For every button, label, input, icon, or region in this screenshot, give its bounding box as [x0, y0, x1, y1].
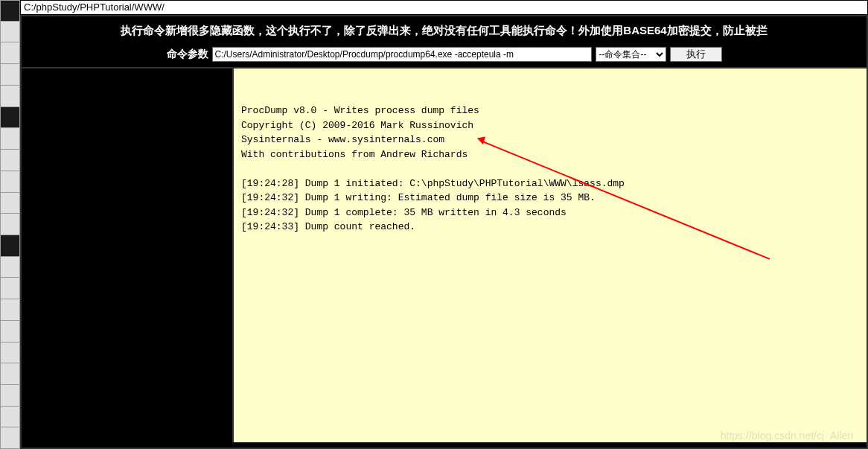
sidebar-cell[interactable] [0, 64, 20, 86]
sidebar-cell[interactable] [0, 407, 20, 428]
sidebar-cell[interactable] [0, 343, 20, 364]
main-area: 执行命令新增很多隐藏函数，这个执行不了，除了反弹出来，绝对没有任何工具能执行命令… [20, 15, 868, 449]
output-line: [19:24:32] Dump 1 writing: Estimated dum… [241, 191, 859, 206]
sidebar-cell[interactable] [0, 385, 20, 407]
sidebar-cell[interactable] [0, 321, 20, 343]
command-input[interactable] [212, 47, 592, 62]
output-line: Copyright (C) 2009-2016 Mark Russinovich [241, 118, 859, 133]
output-line: [19:24:33] Dump count reached. [241, 220, 859, 235]
sidebar-cell[interactable] [0, 427, 20, 449]
address-bar[interactable]: C:/phpStudy/PHPTutorial/WWW/ [20, 0, 868, 15]
watermark: https://blog.csdn.net/cj_Allen [721, 430, 853, 442]
sidebar-cell[interactable] [0, 278, 20, 299]
sidebar-cell[interactable] [0, 0, 20, 22]
sidebar-cell[interactable] [0, 214, 20, 235]
left-sidebar [0, 0, 20, 449]
output-line: [19:24:28] Dump 1 initiated: C:\phpStudy… [241, 176, 859, 191]
output-line: [19:24:32] Dump 1 complete: 35 MB writte… [241, 206, 859, 220]
execute-button[interactable]: 执行 [670, 47, 722, 62]
sidebar-cell[interactable] [0, 150, 20, 171]
sidebar-cell[interactable] [0, 235, 20, 257]
sidebar-cell[interactable] [0, 257, 20, 278]
sidebar-cell[interactable] [0, 86, 20, 107]
output-line: With contributions from Andrew Richards [241, 147, 859, 162]
sidebar-cell[interactable] [0, 193, 20, 214]
sidebar-cell[interactable] [0, 42, 20, 64]
left-panel [22, 69, 234, 442]
command-label: 命令参数 [167, 48, 208, 61]
output-panel: ProcDump v8.0 - Writes process dump file… [234, 69, 867, 442]
command-bar: 命令参数 --命令集合-- 执行 [22, 45, 867, 63]
command-select[interactable]: --命令集合-- [596, 47, 666, 62]
content-container: ProcDump v8.0 - Writes process dump file… [22, 67, 867, 442]
output-line: ProcDump v8.0 - Writes process dump file… [241, 104, 859, 118]
sidebar-cell[interactable] [0, 363, 20, 385]
sidebar-cell[interactable] [0, 107, 20, 129]
output-line: Sysinternals - www.sysinternals.com [241, 133, 859, 147]
sidebar-cell[interactable] [0, 299, 20, 321]
sidebar-cell[interactable] [0, 128, 20, 150]
sidebar-cell[interactable] [0, 171, 20, 193]
output-line [241, 162, 859, 176]
sidebar-cell[interactable] [0, 22, 20, 43]
header-warning-text: 执行命令新增很多隐藏函数，这个执行不了，除了反弹出来，绝对没有任何工具能执行命令… [22, 16, 867, 45]
